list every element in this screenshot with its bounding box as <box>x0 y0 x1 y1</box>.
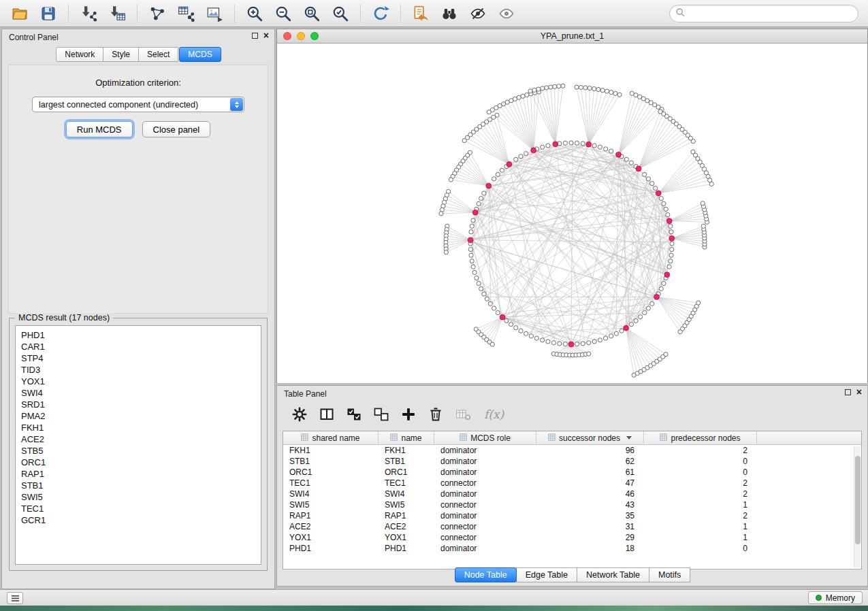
mcds-result-item[interactable]: PHD1 <box>16 329 261 341</box>
table-row[interactable]: SWI4SWI4dominator462 <box>283 489 861 499</box>
search-icon <box>675 7 686 20</box>
panel-menu-button[interactable] <box>7 592 23 604</box>
import-table-file-icon[interactable] <box>107 3 127 24</box>
criterion-label: Optimization criterion: <box>9 78 268 88</box>
mcds-result-item[interactable]: FKH1 <box>16 422 261 433</box>
tab-network[interactable]: Network <box>56 47 103 62</box>
table-row[interactable]: SWI5SWI5connector431 <box>283 499 861 510</box>
cell-mcds-role: dominator <box>434 457 536 466</box>
deselect-all-icon[interactable] <box>372 406 390 423</box>
table-row[interactable]: FKH1FKH1dominator962 <box>283 445 861 456</box>
import-network-file-icon[interactable] <box>78 3 99 24</box>
table-grid-icon <box>548 433 556 443</box>
export-image-icon[interactable] <box>204 3 225 24</box>
close-traffic-light[interactable] <box>283 32 291 40</box>
dropdown-stepper-icon <box>230 98 243 111</box>
refresh-icon[interactable] <box>370 3 391 24</box>
tab-network-table[interactable]: Network Table <box>577 567 649 582</box>
run-mcds-button[interactable]: Run MCDS <box>66 121 133 137</box>
select-all-icon[interactable] <box>345 406 363 423</box>
table-row[interactable]: ORC1ORC1dominator610 <box>283 467 861 478</box>
tab-select[interactable]: Select <box>138 47 178 62</box>
table-row[interactable]: YOX1YOX1connector291 <box>283 532 861 543</box>
mcds-result-item[interactable]: ORC1 <box>16 457 261 468</box>
table-panel: Table Panel × f(x) shared namenameMCDS r… <box>276 385 868 587</box>
settings-gear-icon[interactable] <box>291 406 308 423</box>
find-icon[interactable] <box>439 3 460 24</box>
mcds-result-item[interactable]: STP4 <box>16 352 261 364</box>
zoom-out-icon[interactable] <box>273 3 293 24</box>
close-panel-icon[interactable]: × <box>263 33 269 39</box>
close-panel-button[interactable]: Close panel <box>142 121 211 137</box>
function-builder-button[interactable]: f(x) <box>484 408 504 421</box>
column-header-label: successor nodes <box>559 433 620 443</box>
new-network-table-icon[interactable] <box>176 3 196 24</box>
mcds-result-item[interactable]: SWI5 <box>16 491 261 503</box>
table-grid-icon <box>460 433 467 443</box>
mcds-result-item[interactable]: RAP1 <box>16 468 261 480</box>
zoom-traffic-light[interactable] <box>310 32 319 40</box>
mcds-result-item[interactable]: CAR1 <box>16 341 261 352</box>
column-header[interactable]: predecessor nodes <box>644 431 757 444</box>
cell-name: YOX1 <box>379 533 434 542</box>
mcds-result-item[interactable]: YOX1 <box>16 376 261 387</box>
mcds-result-item[interactable]: ACE2 <box>16 433 261 445</box>
app-window: Control Panel × NetworkStyleSelectMCDS O… <box>0 0 868 606</box>
open-folder-icon[interactable] <box>10 3 30 24</box>
mcds-result-item[interactable]: TEC1 <box>16 503 261 514</box>
tab-style[interactable]: Style <box>103 47 139 62</box>
delete-row-icon[interactable] <box>427 406 445 423</box>
search-input[interactable] <box>686 9 858 18</box>
zoom-fit-icon[interactable] <box>302 3 322 24</box>
memory-button[interactable]: Memory <box>808 591 863 604</box>
cell-shared-name: TEC1 <box>283 478 379 488</box>
cell-mcds-role: dominator <box>434 489 536 499</box>
cell-successor-nodes: 31 <box>536 522 644 531</box>
column-header[interactable]: MCDS role <box>434 431 536 444</box>
zoom-selected-icon[interactable] <box>330 3 351 24</box>
save-icon[interactable] <box>38 3 59 24</box>
network-canvas[interactable] <box>277 44 867 383</box>
table-row[interactable]: STB1STB1dominator620 <box>283 456 861 467</box>
mcds-result-item[interactable]: TID3 <box>16 364 261 376</box>
tab-node-table[interactable]: Node Table <box>455 567 517 582</box>
tab-mcds[interactable]: MCDS <box>179 47 221 62</box>
new-network-icon[interactable] <box>147 3 167 24</box>
float-panel-icon[interactable] <box>252 33 258 39</box>
show-columns-icon[interactable] <box>318 406 336 423</box>
close-table-panel-icon[interactable]: × <box>856 389 862 395</box>
mcds-result-item[interactable]: SRD1 <box>16 399 261 410</box>
table-scrollbar-thumb[interactable] <box>855 456 861 544</box>
mcds-result-item[interactable]: PMA2 <box>16 410 261 422</box>
criterion-dropdown[interactable]: largest connected component (undirected) <box>32 97 244 112</box>
float-table-panel-icon[interactable] <box>845 389 851 395</box>
cell-mcds-role: connector <box>434 522 536 531</box>
mcds-result-item[interactable]: STB1 <box>16 480 261 491</box>
mcds-result-item[interactable]: STB5 <box>16 445 261 457</box>
clipboard-network-icon[interactable] <box>411 3 431 24</box>
hide-selection-icon[interactable] <box>468 3 488 24</box>
tab-edge-table[interactable]: Edge Table <box>516 567 577 582</box>
table-row[interactable]: RAP1RAP1dominator352 <box>283 510 861 521</box>
mcds-result-item[interactable]: SWI4 <box>16 387 261 399</box>
mcds-result-item[interactable]: GCR1 <box>16 514 261 526</box>
column-header[interactable]: name <box>379 431 434 444</box>
table-row[interactable]: ACE2ACE2connector311 <box>283 521 861 532</box>
disabled-table-icon[interactable] <box>454 406 472 423</box>
cell-successor-nodes: 47 <box>536 478 644 488</box>
table-row[interactable]: TEC1TEC1connector472 <box>283 478 861 489</box>
cell-name: ORC1 <box>379 467 434 477</box>
network-window-title: YPA_prune.txt_1 <box>541 31 605 41</box>
table-grid-icon <box>301 433 308 443</box>
zoom-in-icon[interactable] <box>244 3 265 24</box>
column-header[interactable]: successor nodes <box>536 431 644 444</box>
table-scrollbar-track[interactable] <box>854 446 861 567</box>
column-header[interactable]: shared name <box>283 431 379 444</box>
show-all-icon[interactable] <box>496 3 517 24</box>
table-row[interactable]: PHD1PHD1dominator180 <box>283 543 861 554</box>
tab-motifs[interactable]: Motifs <box>649 567 690 582</box>
mcds-result-group: MCDS result (17 nodes) PHD1CAR1STP4TID3Y… <box>9 318 268 571</box>
minimize-traffic-light[interactable] <box>297 32 305 40</box>
sort-arrow-icon[interactable] <box>626 436 632 440</box>
add-row-icon[interactable] <box>400 406 417 423</box>
